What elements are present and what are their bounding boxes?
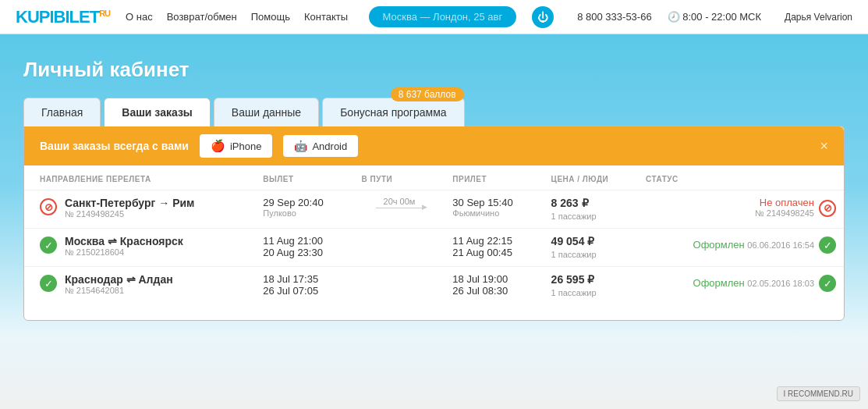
status-text: Не оплачен [760,197,814,208]
route-num: № 2154642081 [65,286,173,295]
inroute-cell [354,229,445,267]
apple-icon: 🍎 [211,139,225,153]
nav-links: О нас Возврат/обмен Помощь Контакты [126,11,353,23]
arrive-time2: 21 Aug 00:45 [452,247,535,258]
status-cell: Оформлен 02.05.2016 18:03 ✓ [638,267,844,305]
search-input-label: Москва — Лондон, 25 авг [383,11,503,23]
depart-time2: 20 Aug 23:30 [263,247,345,258]
android-label: Android [312,140,347,152]
page-title: Личный кабинет [23,58,845,82]
col-header-depart: Вылет [255,165,353,190]
route-cell: ✓ Москва ⇌ Красноярск № 2150218604 [24,229,255,267]
route-cell: ⊘ Санкт-Петербург → Рим № 2149498245 [24,190,255,229]
table-row: ✓ Краснодар ⇌ Алдан № 2154642081 18 Jul … [24,267,844,305]
route-cell: ✓ Краснодар ⇌ Алдан № 2154642081 [24,267,255,305]
status-icon-red-right: ⊘ [819,200,836,217]
android-icon: 🤖 [294,140,307,152]
price-value: 8 263 ₽ [551,197,589,209]
arrive-cell: 11 Aug 22:15 21 Aug 00:45 [445,229,543,267]
route-title: Санкт-Петербург → Рим [65,197,194,209]
table-header-row: Направление перелета Вылет В пути Прилет… [24,165,844,190]
col-header-arrive: Прилет [445,165,543,190]
route-line [376,208,423,208]
depart-time2: 26 Jul 07:05 [263,285,345,297]
table-row: ✓ Москва ⇌ Красноярск № 2150218604 11 Au… [24,229,844,267]
content-panel: Ваши заказы всегда с вами 🍎 iPhone 🤖 And… [23,126,845,321]
price-cell: 8 263 ₽ 1 пассажир [544,190,638,229]
depart-airport: Пулково [263,208,345,218]
depart-cell: 18 Jul 17:35 26 Jul 07:05 [255,267,353,305]
status-cell: Не оплачен № 2149498245 ⊘ [638,190,844,229]
arrive-cell: 18 Jul 19:00 26 Jul 08:30 [445,267,543,305]
depart-cell: 29 Sep 20:40 Пулково [255,190,353,229]
arrive-cell: 30 Sep 15:40 Фьюмичино [445,190,543,229]
iphone-button[interactable]: 🍎 iPhone [200,134,272,158]
arrive-airport: Фьюмичино [452,208,535,218]
status-text: Оформлен [693,239,745,251]
tab-orders[interactable]: Ваши заказы [104,98,211,126]
status-icon-red: ⊘ [40,198,57,215]
inroute-cell [354,267,445,305]
depart-time: 11 Aug 21:00 [263,235,345,247]
nav-contacts[interactable]: Контакты [304,11,348,23]
price-cell: 26 595 ₽ 1 пассажир [544,267,638,305]
status-cell: Оформлен 06.06.2016 16:54 ✓ [638,229,844,267]
arrive-time2: 26 Jul 08:30 [452,285,535,297]
col-header-inroute: В пути [354,165,445,190]
route-info: Санкт-Петербург → Рим № 2149498245 [65,197,194,219]
phone-number: 8 800 333-53-66 [577,11,651,23]
route-num: № 2150218604 [65,247,183,257]
logo[interactable]: KUPIBILETRU [16,7,110,27]
tabs-container: Главная Ваши заказы Ваши данные Бонусная… [23,98,845,126]
banner-close-button[interactable]: × [820,138,828,155]
nav-help[interactable]: Помощь [251,11,290,23]
col-header-status: Статус [638,165,844,190]
passengers: 1 пассажир [551,288,597,297]
header: KUPIBILETRU О нас Возврат/обмен Помощь К… [0,0,868,34]
table-row: ⊘ Санкт-Петербург → Рим № 2149498245 29 … [24,190,844,229]
nav-refund[interactable]: Возврат/обмен [167,11,237,23]
nav-about[interactable]: О нас [126,11,153,23]
route-info: Москва ⇌ Красноярск № 2150218604 [65,235,183,257]
passengers: 1 пассажир [551,250,597,259]
status-date: 02.05.2016 18:03 [747,279,814,288]
app-banner: Ваши заказы всегда с вами 🍎 iPhone 🤖 And… [24,126,844,165]
tab-data[interactable]: Ваши данные [214,98,319,126]
status-icon-green: ✓ [40,275,57,292]
status-date: 06.06.2016 16:54 [747,240,814,250]
route-title: Москва ⇌ Красноярск [65,235,183,247]
depart-time: 29 Sep 20:40 [263,197,345,208]
depart-cell: 11 Aug 21:00 20 Aug 23:30 [255,229,353,267]
orders-table: Направление перелета Вылет В пути Прилет… [24,165,844,304]
working-hours: 🕗 8:00 - 22:00 МСК [668,11,761,23]
arrive-time: 11 Aug 22:15 [452,235,535,247]
tab-home[interactable]: Главная [23,98,101,126]
route-info: Краснодар ⇌ Алдан № 2154642081 [65,273,173,295]
price-cell: 49 054 ₽ 1 пассажир [544,229,638,267]
bonus-badge: 8 637 баллов [391,87,464,101]
user-name: Дарья Velvarion [785,12,852,23]
route-num: № 2149498245 [65,209,194,219]
depart-time: 18 Jul 17:35 [263,273,345,285]
status-icon-green: ✓ [40,237,57,254]
arrive-time: 30 Sep 15:40 [452,197,535,208]
android-button[interactable]: 🤖 Android [283,135,358,157]
route-title: Краснодар ⇌ Алдан [65,273,173,286]
iphone-label: iPhone [230,140,261,152]
status-icon-green-right: ✓ [819,275,836,292]
search-button[interactable]: Москва — Лондон, 25 авг [369,6,517,27]
status-text: Оформлен [693,277,745,289]
passengers: 1 пассажир [551,212,597,221]
power-button[interactable]: ⏻ [532,6,554,28]
main-content: Личный кабинет Главная Ваши заказы Ваши … [0,34,868,409]
app-banner-text: Ваши заказы всегда с вами [40,140,189,152]
in-route-time: 20ч 00м [384,197,416,206]
price-value: 26 595 ₽ [551,273,595,286]
arrive-time: 18 Jul 19:00 [452,273,535,285]
tab-bonus[interactable]: Бонусная программа 8 637 баллов [322,98,464,126]
col-header-route: Направление перелета [24,165,255,190]
status-icon-green-right: ✓ [819,237,836,254]
col-header-price: Цена / Люди [544,165,638,190]
status-order-num: № 2149498245 [755,208,814,218]
inroute-cell: 20ч 00м [354,190,445,229]
